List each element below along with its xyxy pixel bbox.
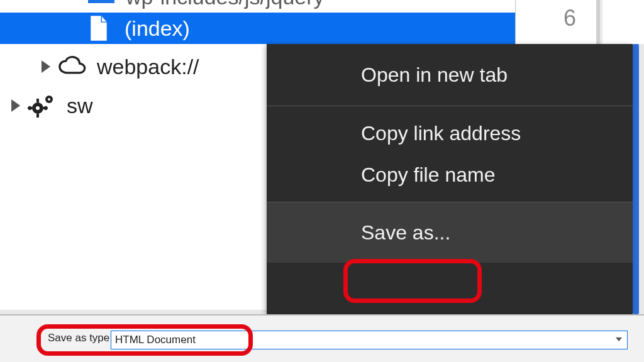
tree-item-label: wp-includes/js/jquery: [126, 0, 325, 9]
cloud-icon: [57, 55, 89, 78]
gears-icon: [26, 92, 58, 119]
tree-item-label: (index): [125, 16, 190, 41]
save-as-type-label: Save as type:: [48, 332, 113, 344]
save-dialog-strip: Save as type: HTML Document: [0, 314, 644, 362]
tree-item-index-selected[interactable]: (index): [0, 13, 515, 44]
line-number-gutter: 6: [516, 0, 597, 44]
svg-rect-7: [28, 106, 32, 110]
gutter-border: [596, 0, 600, 44]
expand-icon[interactable]: [11, 99, 20, 112]
tree-item-folder-partial[interactable]: wp-includes/js/jquery: [0, 0, 515, 13]
svg-rect-2: [36, 114, 39, 118]
save-as-type-select[interactable]: HTML Document: [111, 331, 628, 349]
svg-rect-1: [36, 99, 39, 102]
expand-icon[interactable]: [42, 60, 50, 73]
menu-item-open-new-tab[interactable]: Open in new tab: [267, 44, 633, 106]
save-as-type-row: Save as type: HTML Document: [0, 331, 644, 352]
folder-icon: [88, 0, 114, 3]
menu-item-label: Copy file name: [361, 163, 495, 187]
context-menu: Open in new tab Copy link address Copy f…: [267, 44, 633, 314]
svg-point-11: [48, 98, 50, 101]
svg-point-9: [36, 106, 40, 110]
menu-item-label: Copy link address: [361, 122, 521, 145]
scrollbar-sliver[interactable]: [633, 44, 639, 314]
menu-item-save-as[interactable]: Save as...: [267, 202, 633, 263]
svg-rect-8: [43, 106, 48, 110]
menu-item-copy-link-address[interactable]: Copy link address: [267, 112, 633, 154]
tree-item-label: webpack://: [97, 55, 199, 79]
menu-item-label: Open in new tab: [361, 63, 508, 87]
file-icon: [88, 16, 109, 41]
menu-item-label: Save as...: [361, 221, 450, 244]
save-as-type-value: HTML Document: [115, 334, 196, 346]
chevron-down-icon: [616, 337, 622, 341]
menu-item-copy-file-name[interactable]: Copy file name: [267, 154, 633, 195]
line-number: 6: [564, 5, 576, 31]
app-stage: wp-includes/js/jquery (index) webpack://: [0, 0, 644, 362]
tree-item-label: sw: [67, 94, 93, 118]
code-area-sliver: [602, 0, 644, 44]
